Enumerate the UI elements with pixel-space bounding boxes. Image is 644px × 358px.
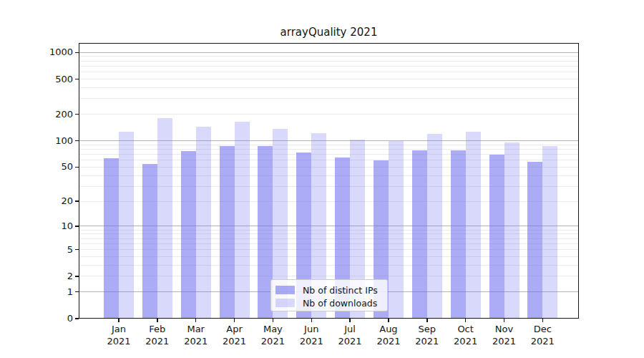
y-tick-label: 0	[21, 313, 73, 324]
y-tick	[75, 276, 79, 277]
bar-distinct-ips-feb	[142, 164, 157, 319]
bar-distinct-ips-apr	[220, 146, 235, 319]
x-tick	[273, 319, 274, 322]
minor-gridline	[79, 56, 579, 57]
y-tick-label: 20	[21, 195, 73, 207]
bar-distinct-ips-nov	[489, 155, 504, 319]
bar-downloads-oct	[466, 132, 481, 319]
bar-downloads-dec	[542, 146, 557, 319]
x-tick	[234, 319, 235, 322]
chart-figure: arrayQuality 2021 Nb of distinct IPs Nb …	[0, 0, 644, 358]
bar-downloads-aug	[389, 141, 404, 319]
x-tick-year: 2021	[519, 335, 565, 347]
y-tick-label: 500	[21, 74, 73, 85]
legend-swatch-distinct-ips	[275, 286, 295, 294]
bar-distinct-ips-mar	[181, 151, 196, 319]
bar-distinct-ips-jan	[104, 158, 119, 319]
y-tick	[75, 167, 79, 168]
minor-gridline	[79, 66, 579, 67]
x-tick	[504, 319, 505, 322]
bar-distinct-ips-dec	[527, 162, 542, 319]
y-tick	[75, 226, 79, 227]
bar-distinct-ips-oct	[451, 150, 466, 319]
major-gridline	[79, 140, 579, 141]
y-tick	[75, 249, 79, 251]
minor-gridline	[79, 61, 579, 62]
x-tick	[118, 319, 119, 322]
x-tick	[311, 319, 313, 322]
y-tick	[75, 318, 79, 319]
minor-gridline	[79, 79, 579, 79]
y-tick	[75, 52, 79, 54]
legend-label-downloads: Nb of downloads	[303, 298, 377, 309]
y-tick	[75, 114, 79, 115]
major-gridline	[79, 52, 579, 53]
y-tick	[75, 200, 79, 202]
y-tick	[75, 79, 79, 80]
legend: Nb of distinct IPs Nb of downloads	[270, 279, 388, 311]
bar-downloads-sep	[427, 134, 442, 319]
x-tick	[426, 319, 428, 322]
x-tick	[388, 319, 389, 322]
x-tick	[195, 319, 197, 322]
y-tick-label: 200	[21, 109, 73, 120]
x-tick-label-dec: Dec2021	[519, 323, 565, 347]
bar-downloads-feb	[157, 118, 172, 319]
y-tick	[75, 140, 79, 142]
x-tick	[349, 319, 351, 322]
y-tick	[75, 291, 79, 293]
y-tick-label: 1000	[21, 47, 73, 58]
minor-gridline	[79, 87, 579, 88]
legend-swatch-downloads	[275, 299, 295, 307]
bar-downloads-jan	[119, 132, 134, 319]
x-tick-month: Dec	[519, 323, 565, 335]
minor-gridline	[79, 98, 579, 99]
x-tick	[157, 319, 158, 322]
y-tick-label: 50	[21, 161, 73, 173]
chart-title: arrayQuality 2021	[79, 26, 579, 39]
y-tick-label: 1	[21, 286, 73, 298]
legend-item-distinct-ips: Nb of distinct IPs	[275, 284, 387, 296]
minor-gridline	[79, 72, 579, 72]
bar-downloads-apr	[235, 122, 250, 319]
bar-downloads-nov	[504, 142, 519, 319]
y-tick-label: 5	[21, 244, 73, 256]
legend-item-downloads: Nb of downloads	[275, 296, 387, 309]
plot-area: Nb of distinct IPs Nb of downloads	[79, 43, 579, 319]
bar-distinct-ips-sep	[412, 150, 427, 319]
x-tick	[542, 319, 544, 322]
x-tick	[465, 319, 467, 322]
y-tick-label: 10	[21, 221, 73, 232]
y-tick-label: 100	[21, 135, 73, 147]
bar-downloads-mar	[196, 127, 211, 319]
bars-layer	[79, 43, 579, 319]
legend-label-distinct-ips: Nb of distinct IPs	[303, 285, 378, 296]
y-tick-label: 2	[21, 271, 73, 282]
minor-gridline	[79, 114, 579, 115]
